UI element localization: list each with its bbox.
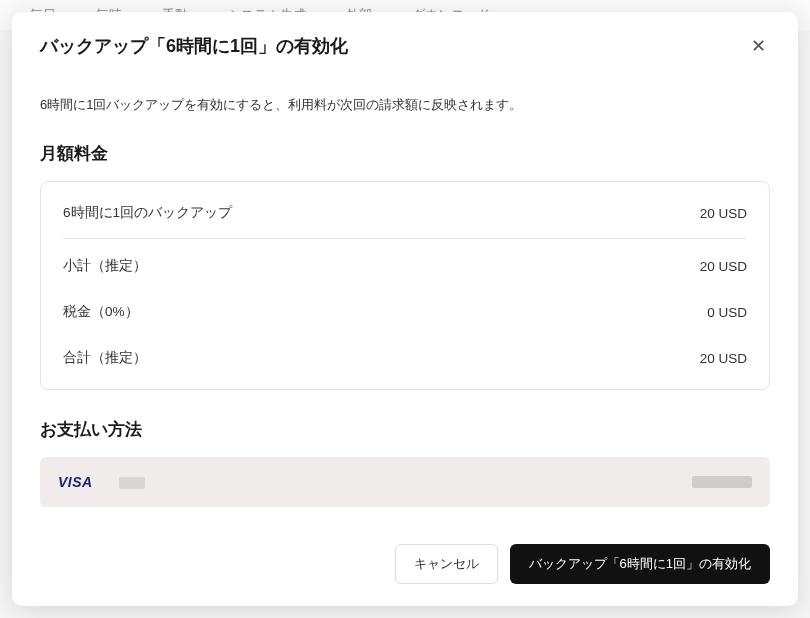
card-expiry-placeholder [692, 476, 752, 488]
payment-method-card[interactable]: VISA [40, 457, 770, 507]
subtotal-row: 小計（推定） 20 USD [63, 243, 747, 289]
payment-section-title: お支払い方法 [40, 418, 770, 441]
modal-header: バックアップ「6時間に1回」の有効化 ✕ [12, 12, 798, 74]
card-left: VISA [58, 473, 145, 491]
tax-label: 税金（0%） [63, 303, 139, 321]
pricing-item-label: 6時間に1回のバックアップ [63, 204, 232, 222]
subtotal-label: 小計（推定） [63, 257, 147, 275]
confirm-enable-button[interactable]: バックアップ「6時間に1回」の有効化 [510, 544, 770, 584]
tax-row: 税金（0%） 0 USD [63, 289, 747, 335]
total-label: 合計（推定） [63, 349, 147, 367]
pricing-item-value: 20 USD [700, 206, 747, 221]
enable-backup-modal: バックアップ「6時間に1回」の有効化 ✕ 6時間に1回バックアップを有効にすると… [12, 12, 798, 606]
close-button[interactable]: ✕ [746, 34, 770, 58]
pricing-item-row: 6時間に1回のバックアップ 20 USD [63, 182, 747, 228]
pricing-section-title: 月額料金 [40, 142, 770, 165]
close-icon: ✕ [751, 35, 766, 57]
cancel-button[interactable]: キャンセル [395, 544, 498, 584]
modal-title: バックアップ「6時間に1回」の有効化 [40, 34, 348, 58]
card-digits-placeholder [119, 477, 145, 489]
total-row: 合計（推定） 20 USD [63, 335, 747, 389]
modal-footer: キャンセル バックアップ「6時間に1回」の有効化 [12, 526, 798, 606]
modal-body: 6時間に1回バックアップを有効にすると、利用料が次回の請求額に反映されます。 月… [12, 74, 798, 526]
total-value: 20 USD [700, 351, 747, 366]
visa-logo-icon: VISA [58, 474, 93, 490]
pricing-box: 6時間に1回のバックアップ 20 USD 小計（推定） 20 USD 税金（0%… [40, 181, 770, 390]
tax-value: 0 USD [707, 305, 747, 320]
subtotal-value: 20 USD [700, 259, 747, 274]
modal-description: 6時間に1回バックアップを有効にすると、利用料が次回の請求額に反映されます。 [40, 96, 770, 114]
price-divider [63, 238, 747, 239]
